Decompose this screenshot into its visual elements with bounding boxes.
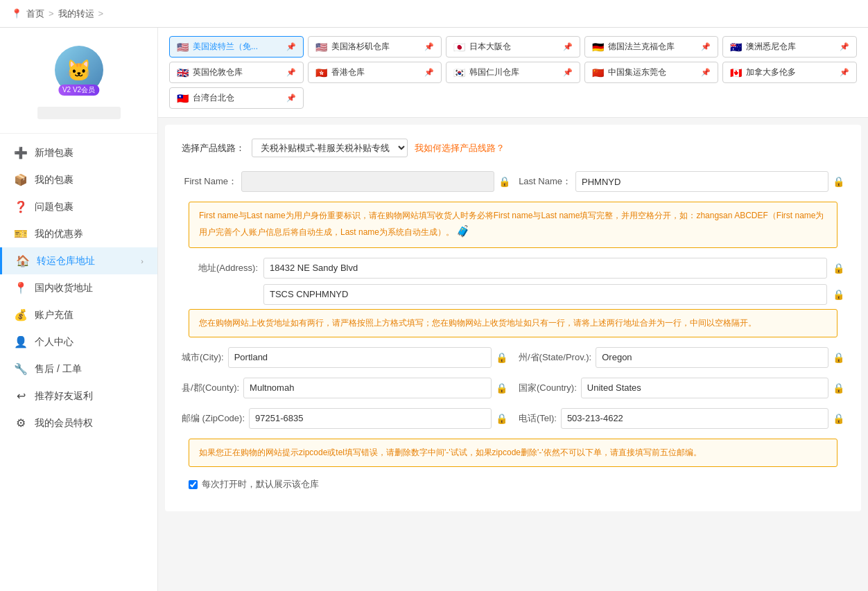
name-notice-text: First name与Last name为用户身份重要标识，请在购物网站填写收货… xyxy=(199,211,824,237)
flag-jp: 🇯🇵 xyxy=(453,42,465,53)
address-input[interactable] xyxy=(263,258,827,279)
pin-frankfurt-icon[interactable]: 📌 xyxy=(701,42,711,51)
zipcode-notice-text: 如果您正在购物的网站提示zipcode或tel填写错误，请删除数字中间'-'试试… xyxy=(199,448,702,457)
warehouse-icon: 🏠 xyxy=(16,254,30,267)
address2-input[interactable] xyxy=(263,284,827,305)
tab-portland[interactable]: 🇺🇸 美国波特兰（免... 📌 xyxy=(169,36,304,58)
pin-incheon-icon[interactable]: 📌 xyxy=(563,68,573,77)
state-group: 州/省(State/Prov.): 🔒 xyxy=(519,347,844,368)
pin-london-icon[interactable]: 📌 xyxy=(286,68,296,77)
sidebar-item-referral[interactable]: ↩ 推荐好友返利 xyxy=(0,382,157,409)
sidebar-item-warehouse-label: 转运仓库地址 xyxy=(37,255,95,267)
zip-label: 邮编 (ZipCode): xyxy=(182,412,245,425)
tab-taipei[interactable]: 🇹🇼 台湾台北仓 📌 xyxy=(169,87,304,109)
pin-la-icon[interactable]: 📌 xyxy=(424,42,434,51)
tab-incheon-label: 韩国仁川仓库 xyxy=(469,67,559,78)
tab-toronto-label: 加拿大多伦多 xyxy=(746,67,835,78)
flag-cn: 🇨🇳 xyxy=(592,67,604,78)
address-notice-text: 您在购物网站上收货地址如有两行，请严格按照上方格式填写；您在购物网站上收货地址如… xyxy=(199,318,756,328)
my-parcel-icon: 📦 xyxy=(14,173,28,186)
tab-london[interactable]: 🇬🇧 英国伦敦仓库 📌 xyxy=(169,62,304,83)
tab-portland-label: 美国波特兰（免... xyxy=(193,41,282,53)
sidebar-item-profile[interactable]: 👤 个人中心 xyxy=(0,328,157,355)
city-state-row: 城市(City): 🔒 州/省(State/Prov.): 🔒 xyxy=(182,347,844,368)
pin-taipei-icon[interactable]: 📌 xyxy=(286,94,296,103)
tab-la[interactable]: 🇺🇸 美国洛杉矶仓库 📌 xyxy=(308,36,442,58)
sidebar-item-add-parcel[interactable]: ➕ 新增包裹 xyxy=(0,139,157,166)
home-link[interactable]: 首页 xyxy=(26,8,44,20)
state-lock-icon[interactable]: 🔒 xyxy=(833,352,844,363)
tab-osaka-label: 日本大阪仓 xyxy=(469,41,559,53)
county-input[interactable] xyxy=(243,378,492,398)
address-row1: 地址(Address): 🔒 xyxy=(182,258,844,279)
tab-hongkong[interactable]: 🇭🇰 香港仓库 📌 xyxy=(308,62,442,83)
sidebar-item-domestic[interactable]: 📍 国内收货地址 xyxy=(0,274,157,301)
sidebar-item-recharge-label: 账户充值 xyxy=(35,309,73,321)
country-lock-icon[interactable]: 🔒 xyxy=(833,382,844,394)
county-lock-icon[interactable]: 🔒 xyxy=(496,382,507,394)
pin-sydney-icon[interactable]: 📌 xyxy=(840,42,849,51)
pin-dongguan-icon[interactable]: 📌 xyxy=(701,68,711,77)
tel-lock-icon[interactable]: 🔒 xyxy=(833,413,844,424)
pin-toronto-icon[interactable]: 📌 xyxy=(840,68,849,77)
how-to-choose-link[interactable]: 我如何选择产品线路？ xyxy=(415,142,505,155)
pin-hongkong-icon[interactable]: 📌 xyxy=(424,68,434,77)
sidebar-menu: ➕ 新增包裹 📦 我的包裹 ❓ 问题包裹 🎫 我的优惠券 🏠 转运仓库地址 › xyxy=(0,134,157,442)
user-name-placeholder xyxy=(37,107,121,119)
default-checkbox-label: 每次打开时，默认展示该仓库 xyxy=(202,478,319,491)
country-input[interactable] xyxy=(581,378,828,398)
add-parcel-icon: ➕ xyxy=(14,146,28,159)
sidebar-item-aftersale[interactable]: 🔧 售后 / 工单 xyxy=(0,355,157,382)
last-name-input[interactable] xyxy=(575,171,828,192)
tab-taipei-label: 台湾台北仓 xyxy=(193,92,282,104)
sidebar-item-my-parcel-label: 我的包裹 xyxy=(35,174,73,186)
first-name-lock-icon[interactable]: 🔒 xyxy=(498,176,510,187)
pin-osaka-icon[interactable]: 📌 xyxy=(563,42,573,51)
tab-dongguan-label: 中国集运东莞仓 xyxy=(608,67,697,78)
nav-sep1: > xyxy=(49,8,54,19)
tab-dongguan[interactable]: 🇨🇳 中国集运东莞仓 📌 xyxy=(584,62,719,83)
zip-lock-icon[interactable]: 🔒 xyxy=(496,413,507,424)
address-label: 地址(Address): xyxy=(182,262,258,274)
product-line-select[interactable]: 关税补贴模式-鞋服关税补贴专线 普通线路 特惠线路 xyxy=(252,139,408,157)
address-lock-icon[interactable]: 🔒 xyxy=(833,263,844,274)
city-input[interactable] xyxy=(228,347,492,368)
sidebar-item-recharge[interactable]: 💰 账户充值 xyxy=(0,301,157,328)
city-lock-icon[interactable]: 🔒 xyxy=(496,352,507,363)
flag-hk: 🇭🇰 xyxy=(315,67,327,78)
tab-incheon[interactable]: 🇰🇷 韩国仁川仓库 📌 xyxy=(446,62,580,83)
tab-hongkong-label: 香港仓库 xyxy=(331,67,421,78)
tab-toronto[interactable]: 🇨🇦 加拿大多伦多 📌 xyxy=(722,62,857,83)
county-label: 县/郡(County): xyxy=(182,382,239,394)
sidebar-item-problem-parcel[interactable]: ❓ 问题包裹 xyxy=(0,193,157,220)
sidebar-item-my-parcel[interactable]: 📦 我的包裹 xyxy=(0,166,157,193)
tel-input[interactable] xyxy=(561,408,828,429)
address2-lock-icon[interactable]: 🔒 xyxy=(833,289,844,300)
flag-us-la: 🇺🇸 xyxy=(315,42,327,53)
sidebar-item-coupons[interactable]: 🎫 我的优惠券 xyxy=(0,220,157,247)
first-name-input[interactable] xyxy=(241,171,494,192)
tel-label: 电话(Tel): xyxy=(519,412,557,425)
tab-osaka[interactable]: 🇯🇵 日本大阪仓 📌 xyxy=(446,36,580,58)
first-name-label: First Name： xyxy=(182,175,237,188)
sidebar-item-aftersale-label: 售后 / 工单 xyxy=(35,363,82,376)
zip-tel-row: 邮编 (ZipCode): 🔒 电话(Tel): 🔒 xyxy=(182,408,844,429)
default-checkbox[interactable] xyxy=(189,480,198,489)
last-name-lock-icon[interactable]: 🔒 xyxy=(833,176,844,187)
tabs-grid: 🇺🇸 美国波特兰（免... 📌 🇺🇸 美国洛杉矶仓库 📌 🇯🇵 日本大阪仓 📌 … xyxy=(169,36,857,109)
zip-input[interactable] xyxy=(249,408,492,429)
state-input[interactable] xyxy=(596,347,828,368)
country-label: 国家(Country): xyxy=(519,382,577,394)
flag-ca: 🇨🇦 xyxy=(730,67,742,78)
briefcase-icon: 🧳 xyxy=(456,225,470,237)
warehouse-arrow-icon: › xyxy=(141,257,144,265)
tab-sydney[interactable]: 🇦🇺 澳洲悉尼仓库 📌 xyxy=(722,36,857,58)
zipcode-notice-box: 如果您正在购物的网站提示zipcode或tel填写错误，请删除数字中间'-'试试… xyxy=(189,439,837,467)
pin-portland-icon[interactable]: 📌 xyxy=(286,42,296,51)
transfer-link[interactable]: 我的转运 xyxy=(58,8,94,20)
sidebar-item-warehouse[interactable]: 🏠 转运仓库地址 › xyxy=(0,247,157,274)
tab-frankfurt[interactable]: 🇩🇪 德国法兰克福仓库 📌 xyxy=(584,36,719,58)
sidebar-item-vip[interactable]: ⚙ 我的会员特权 xyxy=(0,409,157,436)
address-notice-box: 您在购物网站上收货地址如有两行，请严格按照上方格式填写；您在购物网站上收货地址如… xyxy=(189,309,837,337)
profile-icon: 👤 xyxy=(14,335,28,349)
